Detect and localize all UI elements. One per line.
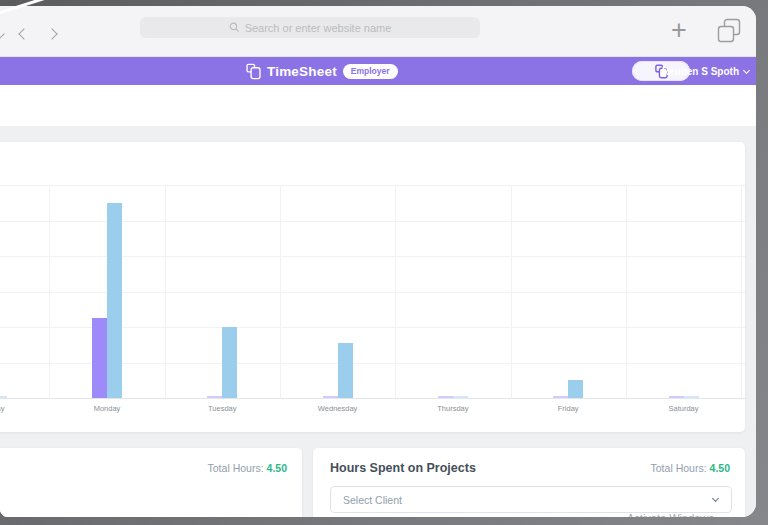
tab-overview-icon [716,18,742,44]
search-placeholder: Search or enter website name [245,22,392,34]
axis-label-saturday: Saturday [639,404,729,413]
projects-total: Total Hours:4.50 [651,462,730,474]
user-menu[interactable]: Reuben S Spoth [662,57,749,85]
projects-card-title: Hours Spent on Projects [330,461,476,475]
browser-toolbar: Search or enter website name + [0,6,756,57]
projects-total-value: 4.50 [710,462,730,474]
axis-label-wednesday: Wednesday [293,404,383,413]
axis-label-sunday: Sunday [0,404,37,413]
search-icon [229,22,240,33]
app-header: TimeSheet Employer Reuben S Spoth [0,57,756,85]
axis-label-friday: Friday [523,404,613,413]
bar-tuesday-daily-hours [222,327,237,398]
bar-wednesday-project-hours [323,396,338,398]
role-badge: Employer [343,64,398,79]
address-search-input[interactable]: Search or enter website name [140,17,480,38]
forward-button[interactable] [48,24,56,42]
x-axis-line [0,398,745,399]
select-chevron-icon [712,495,719,502]
axis-label-tuesday: Tuesday [177,404,267,413]
gridline-v [165,185,166,398]
gridline-v [49,185,50,398]
gridline-v [741,185,742,398]
chevron-down-icon [743,66,750,73]
content-top-strip [0,85,756,126]
bar-wednesday-daily-hours [338,343,353,398]
gridline-v [395,185,396,398]
axis-label-monday: Monday [62,404,152,413]
back-button[interactable] [20,24,28,42]
app-brand[interactable]: TimeSheet Employer [246,57,398,85]
client-select[interactable]: Select Client [330,486,732,513]
bar-sunday-daily-hours [0,396,7,398]
bar-saturday-daily-hours [684,396,699,398]
bar-friday-project-hours [553,396,568,398]
new-tab-button[interactable]: + [666,13,692,47]
chart-plot: SundayMondayTuesdayWednesdayThursdayFrid… [0,142,745,432]
gridline-h [0,185,745,186]
bar-thursday-daily-hours [453,396,468,398]
summary-total-label: Total Hours: [208,462,264,474]
summary-total-value: 4.50 [267,462,287,474]
clipped-glyph-icon [0,24,3,42]
hours-chart-card: SundayMondayTuesdayWednesdayThursdayFrid… [0,142,745,432]
timesheet-logo-icon [246,63,261,80]
activate-windows-watermark: Activate Windows [627,512,714,517]
screen-frame: Search or enter website name + TimeSheet… [0,0,768,525]
bar-monday-project-hours [92,318,107,398]
bar-tuesday-project-hours [207,396,222,398]
app-title: TimeSheet [267,64,337,79]
tab-overview-button[interactable] [716,18,742,44]
summary-total: Total Hours:4.50 [208,462,287,474]
bar-friday-daily-hours [568,380,583,398]
bar-thursday-project-hours [438,396,453,398]
user-name: Reuben S Spoth [662,66,739,77]
gridline-v [280,185,281,398]
browser-window: Search or enter website name + TimeSheet… [0,6,756,517]
projects-total-label: Total Hours: [651,462,707,474]
gridline-v [511,185,512,398]
projects-card: Hours Spent on Projects Total Hours:4.50… [313,448,745,517]
bar-saturday-project-hours [669,396,684,398]
axis-label-thursday: Thursday [408,404,498,413]
client-select-placeholder: Select Client [343,494,402,506]
summary-card: Total Hours:4.50 [0,448,302,517]
bar-monday-daily-hours [107,203,122,398]
gridline-v [626,185,627,398]
